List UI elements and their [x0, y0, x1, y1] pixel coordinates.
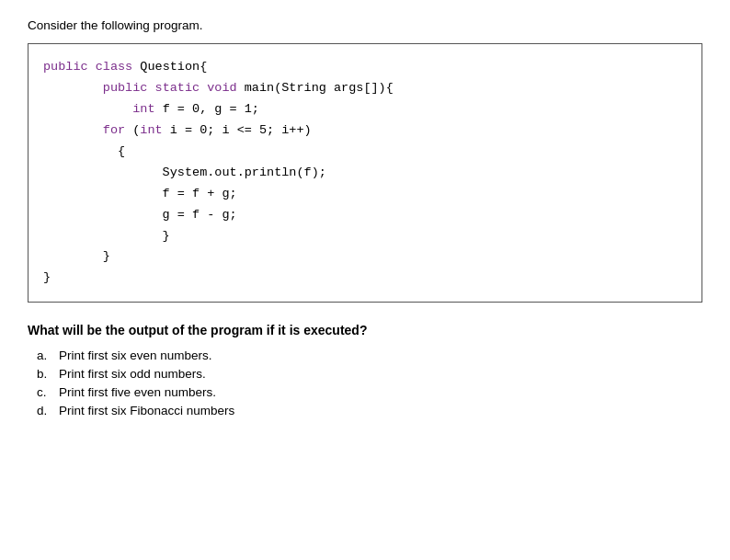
option-c: c. Print first five even numbers. — [37, 385, 702, 399]
option-b-label: b. — [37, 367, 53, 381]
options-list: a. Print first six even numbers. b. Prin… — [28, 349, 702, 417]
intro-text: Consider the following program. — [28, 18, 702, 32]
code-line-7: f = f + g; — [43, 184, 687, 205]
option-a-label: a. — [37, 349, 53, 362]
code-line-11: } — [43, 268, 687, 289]
code-line-4: for (int i = 0; i <= 5; i++) — [43, 120, 687, 142]
option-d: d. Print first six Fibonacci numbers — [37, 404, 702, 417]
option-b: b. Print first six odd numbers. — [37, 367, 702, 381]
code-line-10: } — [43, 246, 687, 268]
code-line-1: public class Question{ — [43, 57, 687, 78]
option-a-text: Print first six even numbers. — [59, 349, 212, 362]
code-line-6: System.out.println(f); — [43, 163, 687, 184]
code-line-5: { — [43, 142, 687, 163]
code-line-9: } — [43, 226, 687, 247]
code-block: public class Question{ public static voi… — [28, 43, 702, 303]
code-line-8: g = f - g; — [43, 205, 687, 226]
option-a: a. Print first six even numbers. — [37, 349, 702, 362]
option-c-text: Print first five even numbers. — [59, 385, 216, 399]
option-b-text: Print first six odd numbers. — [59, 367, 206, 381]
option-d-text: Print first six Fibonacci numbers — [59, 404, 234, 417]
option-c-label: c. — [37, 385, 53, 399]
code-line-3: int f = 0, g = 1; — [43, 99, 687, 120]
code-line-2: public static void main(String args[]){ — [43, 78, 687, 99]
option-d-label: d. — [37, 404, 53, 417]
question-text: What will be the output of the program i… — [28, 323, 702, 337]
